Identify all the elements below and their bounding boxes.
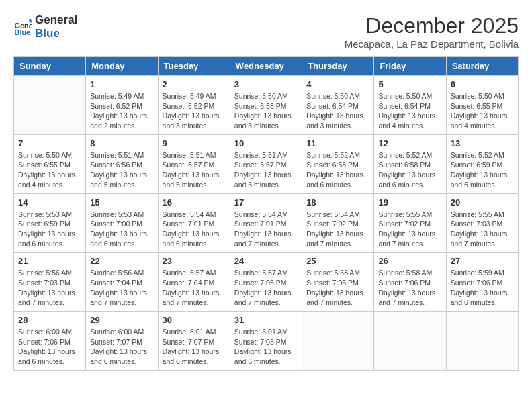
day-number: 11 (306, 138, 369, 148)
day-info: Sunrise: 5:55 AM Sunset: 7:03 PM Dayligh… (451, 210, 514, 249)
calendar-cell: 20Sunrise: 5:55 AM Sunset: 7:03 PM Dayli… (446, 193, 518, 253)
title-block: December 2025 Mecapaca, La Paz Departmen… (345, 13, 519, 50)
calendar-cell: 23Sunrise: 5:57 AM Sunset: 7:04 PM Dayli… (158, 253, 230, 312)
day-info: Sunrise: 5:54 AM Sunset: 7:01 PM Dayligh… (163, 210, 226, 249)
day-number: 18 (306, 197, 369, 208)
day-number: 4 (306, 79, 369, 89)
weekday-header: Monday (86, 57, 158, 76)
day-number: 22 (90, 256, 153, 266)
page-header: General Blue General Blue December 2025 … (13, 13, 519, 50)
day-info: Sunrise: 6:00 AM Sunset: 7:07 PM Dayligh… (90, 327, 153, 367)
calendar-cell: 4Sunrise: 5:50 AM Sunset: 6:54 PM Daylig… (302, 76, 374, 135)
calendar-cell: 24Sunrise: 5:57 AM Sunset: 7:05 PM Dayli… (230, 253, 302, 312)
weekday-header: Thursday (302, 57, 374, 76)
calendar-table: SundayMondayTuesdayWednesdayThursdayFrid… (13, 56, 519, 371)
day-info: Sunrise: 5:49 AM Sunset: 6:52 PM Dayligh… (163, 91, 226, 131)
day-info: Sunrise: 5:50 AM Sunset: 6:55 PM Dayligh… (451, 91, 514, 131)
day-number: 15 (90, 197, 153, 208)
day-number: 17 (234, 197, 298, 208)
calendar-week-row: 7Sunrise: 5:50 AM Sunset: 6:55 PM Daylig… (14, 134, 519, 193)
weekday-header: Friday (374, 57, 446, 76)
calendar-cell: 6Sunrise: 5:50 AM Sunset: 6:55 PM Daylig… (446, 76, 518, 135)
logo-icon: General Blue (13, 17, 32, 36)
calendar-cell (302, 312, 374, 371)
logo-line2: Blue (35, 27, 77, 40)
day-number: 25 (306, 256, 369, 266)
weekday-header: Saturday (446, 57, 518, 76)
weekday-header: Wednesday (230, 57, 302, 76)
day-number: 9 (163, 138, 226, 148)
day-number: 2 (163, 79, 226, 89)
day-number: 30 (163, 315, 226, 325)
calendar-week-row: 28Sunrise: 6:00 AM Sunset: 7:06 PM Dayli… (14, 312, 519, 371)
calendar-cell: 15Sunrise: 5:53 AM Sunset: 7:00 PM Dayli… (86, 193, 158, 253)
day-info: Sunrise: 5:52 AM Sunset: 6:58 PM Dayligh… (306, 150, 369, 190)
day-info: Sunrise: 5:53 AM Sunset: 6:59 PM Dayligh… (18, 210, 81, 249)
calendar-cell: 25Sunrise: 5:58 AM Sunset: 7:05 PM Dayli… (302, 253, 374, 312)
day-info: Sunrise: 5:55 AM Sunset: 7:02 PM Dayligh… (378, 210, 441, 249)
day-info: Sunrise: 5:50 AM Sunset: 6:55 PM Dayligh… (18, 150, 81, 190)
calendar-week-row: 14Sunrise: 5:53 AM Sunset: 6:59 PM Dayli… (14, 193, 519, 253)
calendar-cell: 17Sunrise: 5:54 AM Sunset: 7:01 PM Dayli… (230, 193, 302, 253)
day-info: Sunrise: 5:53 AM Sunset: 7:00 PM Dayligh… (90, 210, 153, 249)
day-number: 13 (451, 138, 514, 148)
day-number: 29 (90, 315, 153, 325)
day-info: Sunrise: 5:52 AM Sunset: 6:59 PM Dayligh… (451, 150, 514, 190)
day-number: 27 (451, 256, 514, 266)
calendar-week-row: 1Sunrise: 5:49 AM Sunset: 6:52 PM Daylig… (14, 76, 519, 135)
calendar-cell: 22Sunrise: 5:56 AM Sunset: 7:04 PM Dayli… (86, 253, 158, 312)
day-number: 1 (90, 79, 153, 89)
day-info: Sunrise: 6:01 AM Sunset: 7:08 PM Dayligh… (234, 327, 298, 367)
calendar-cell: 3Sunrise: 5:50 AM Sunset: 6:53 PM Daylig… (230, 76, 302, 135)
day-number: 12 (378, 138, 441, 148)
day-number: 5 (378, 79, 441, 89)
logo-line1: General (35, 13, 77, 27)
calendar-cell: 12Sunrise: 5:52 AM Sunset: 6:58 PM Dayli… (374, 134, 446, 193)
day-number: 26 (378, 256, 441, 266)
day-info: Sunrise: 5:56 AM Sunset: 7:03 PM Dayligh… (18, 268, 81, 308)
calendar-cell: 5Sunrise: 5:50 AM Sunset: 6:54 PM Daylig… (374, 76, 446, 135)
day-info: Sunrise: 5:51 AM Sunset: 6:57 PM Dayligh… (163, 150, 226, 190)
calendar-cell (14, 76, 86, 135)
day-info: Sunrise: 6:00 AM Sunset: 7:06 PM Dayligh… (18, 327, 81, 367)
calendar-cell: 18Sunrise: 5:54 AM Sunset: 7:02 PM Dayli… (302, 193, 374, 253)
day-info: Sunrise: 5:58 AM Sunset: 7:05 PM Dayligh… (306, 268, 369, 308)
day-number: 16 (163, 197, 226, 208)
day-info: Sunrise: 5:57 AM Sunset: 7:05 PM Dayligh… (234, 268, 298, 308)
day-info: Sunrise: 6:01 AM Sunset: 7:07 PM Dayligh… (163, 327, 226, 367)
logo: General Blue General Blue (13, 13, 77, 40)
calendar-cell: 21Sunrise: 5:56 AM Sunset: 7:03 PM Dayli… (14, 253, 86, 312)
day-info: Sunrise: 5:54 AM Sunset: 7:02 PM Dayligh… (306, 210, 369, 249)
day-number: 20 (451, 197, 514, 208)
day-info: Sunrise: 5:49 AM Sunset: 6:52 PM Dayligh… (90, 91, 153, 131)
day-number: 21 (18, 256, 81, 266)
calendar-cell: 1Sunrise: 5:49 AM Sunset: 6:52 PM Daylig… (86, 76, 158, 135)
day-info: Sunrise: 5:50 AM Sunset: 6:53 PM Dayligh… (234, 91, 298, 131)
calendar-cell: 13Sunrise: 5:52 AM Sunset: 6:59 PM Dayli… (446, 134, 518, 193)
day-info: Sunrise: 5:52 AM Sunset: 6:58 PM Dayligh… (378, 150, 441, 190)
calendar-cell: 16Sunrise: 5:54 AM Sunset: 7:01 PM Dayli… (158, 193, 230, 253)
calendar-cell: 14Sunrise: 5:53 AM Sunset: 6:59 PM Dayli… (14, 193, 86, 253)
calendar-cell (446, 312, 518, 371)
day-info: Sunrise: 5:57 AM Sunset: 7:04 PM Dayligh… (163, 268, 226, 308)
calendar-cell (374, 312, 446, 371)
day-info: Sunrise: 5:50 AM Sunset: 6:54 PM Dayligh… (306, 91, 369, 131)
day-info: Sunrise: 5:58 AM Sunset: 7:06 PM Dayligh… (378, 268, 441, 308)
day-number: 28 (18, 315, 81, 325)
calendar-cell: 8Sunrise: 5:51 AM Sunset: 6:56 PM Daylig… (86, 134, 158, 193)
calendar-cell: 19Sunrise: 5:55 AM Sunset: 7:02 PM Dayli… (374, 193, 446, 253)
day-number: 14 (18, 197, 81, 208)
day-number: 23 (163, 256, 226, 266)
calendar-cell: 28Sunrise: 6:00 AM Sunset: 7:06 PM Dayli… (14, 312, 86, 371)
calendar-cell: 9Sunrise: 5:51 AM Sunset: 6:57 PM Daylig… (158, 134, 230, 193)
calendar-cell: 27Sunrise: 5:59 AM Sunset: 7:06 PM Dayli… (446, 253, 518, 312)
day-number: 10 (234, 138, 298, 148)
location-subtitle: Mecapaca, La Paz Department, Bolivia (345, 38, 519, 50)
calendar-cell: 26Sunrise: 5:58 AM Sunset: 7:06 PM Dayli… (374, 253, 446, 312)
day-info: Sunrise: 5:50 AM Sunset: 6:54 PM Dayligh… (378, 91, 441, 131)
calendar-cell: 7Sunrise: 5:50 AM Sunset: 6:55 PM Daylig… (14, 134, 86, 193)
day-info: Sunrise: 5:59 AM Sunset: 7:06 PM Dayligh… (451, 268, 514, 308)
calendar-header-row: SundayMondayTuesdayWednesdayThursdayFrid… (14, 57, 519, 76)
day-info: Sunrise: 5:51 AM Sunset: 6:56 PM Dayligh… (90, 150, 153, 190)
day-number: 24 (234, 256, 298, 266)
